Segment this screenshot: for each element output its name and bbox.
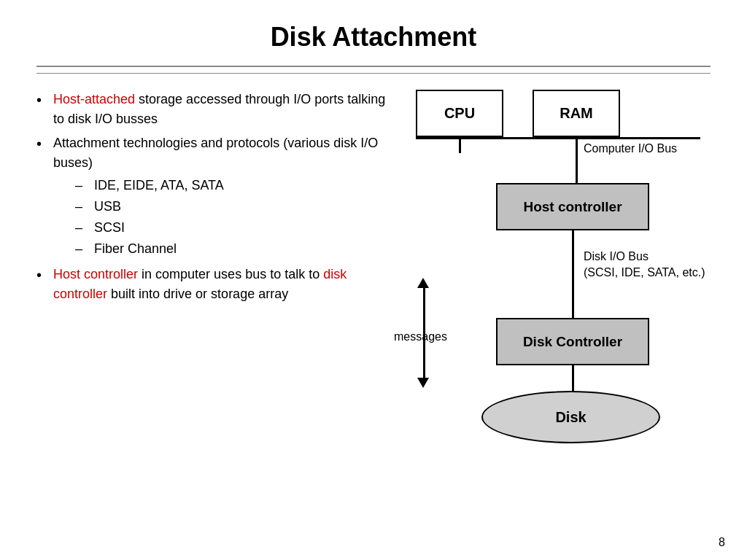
bullet-2-content: Attachment technologies and protocols (v… [53,133,387,260]
bullet-item-3: Host controller in computer uses bus to … [36,265,387,304]
bullet-item-1: Host-attached storage accessed through I… [36,90,387,129]
cpu-label: CPU [444,105,475,122]
slide-title: Disk Attachment [36,22,711,52]
disk-io-bus-line1: Disk I/O Bus [584,249,705,265]
sub-item-4: Fiber Channel [75,239,387,259]
ram-label: RAM [560,105,593,122]
diagram: CPU RAM Computer I/O Bus Host control [401,90,715,440]
page-number: 8 [719,536,725,549]
bullet-3-text1: in computer uses bus to talk to [138,267,323,281]
sub-item-3: SCSI [75,218,387,238]
sub-list: IDE, EIDE, ATA, SATA USB SCSI Fiber Chan… [75,176,387,259]
ram-box: RAM [533,90,620,137]
bullet-3-red1: Host controller [53,267,138,281]
bullet-3-content: Host controller in computer uses bus to … [53,265,387,304]
sub-text-1: IDE, EIDE, ATA, SATA [94,176,224,195]
bullet-1-red: Host-attached [53,92,135,106]
slide: Disk Attachment Host-attached storage ac… [0,0,747,560]
sub-item-2: USB [75,197,387,217]
disk-controller-box: Disk Controller [496,318,649,365]
host-controller-label: Host controller [523,199,622,215]
bullet-item-2: Attachment technologies and protocols (v… [36,133,387,260]
io-bus-label: Computer I/O Bus [584,142,677,155]
bullet-2-text: Attachment technologies and protocols (v… [53,136,378,170]
bullet-list: Host-attached storage accessed through I… [36,90,387,304]
vert-line-bus-hc [576,139,578,183]
bullet-1-content: Host-attached storage accessed through I… [53,90,387,129]
host-controller-box: Host controller [496,183,649,230]
bus-line-top [416,137,700,139]
vert-line-hc-dc [572,230,574,318]
disk-io-bus-label: Disk I/O Bus (SCSI, IDE, SATA, etc.) [584,249,705,281]
sub-item-1: IDE, EIDE, ATA, SATA [75,176,387,195]
divider-top [36,66,711,67]
arrow-down-icon [417,378,429,388]
disk-controller-label: Disk Controller [523,334,622,350]
divider-bottom [36,73,711,74]
disk-oval: Disk [481,391,660,443]
sub-text-3: SCSI [94,218,125,238]
disk-io-bus-line2: (SCSI, IDE, SATA, etc.) [584,265,705,281]
right-panel: CPU RAM Computer I/O Bus Host control [401,90,711,440]
left-panel: Host-attached storage accessed through I… [36,90,401,440]
vert-line-cpu [459,137,461,153]
sub-text-4: Fiber Channel [94,239,177,259]
cpu-box: CPU [416,90,503,137]
bullet-3-text2: built into drive or storage array [107,287,288,301]
messages-label: messages [394,330,447,343]
disk-label: Disk [555,409,586,426]
vert-line-dc-d [572,365,574,391]
sub-text-2: USB [94,197,121,217]
content-area: Host-attached storage accessed through I… [36,90,711,440]
